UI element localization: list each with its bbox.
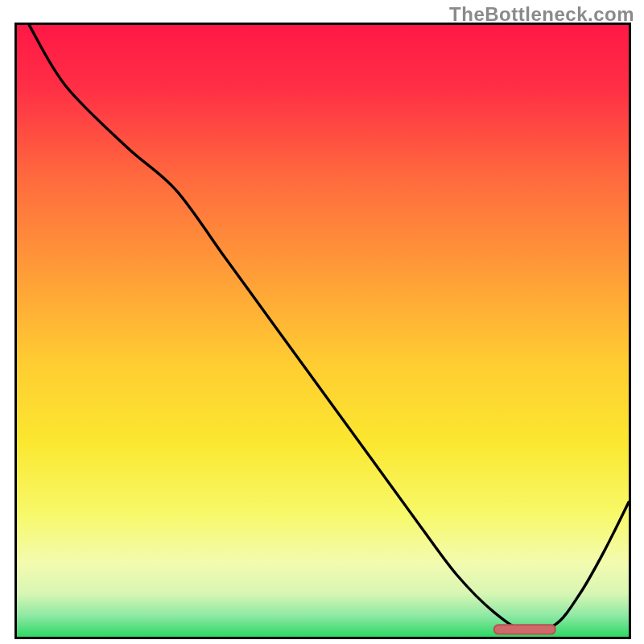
optimal-range-marker — [494, 625, 555, 634]
chart-frame: TheBottleneck.com — [0, 0, 644, 644]
plot-area — [14, 23, 631, 639]
marker-layer — [17, 25, 629, 637]
watermark-text: TheBottleneck.com — [449, 3, 634, 26]
